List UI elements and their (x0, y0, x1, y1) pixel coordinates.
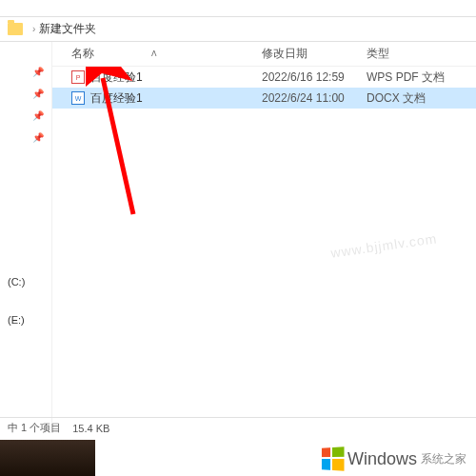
toolbar-section (0, 0, 476, 17)
decorative-strip (0, 440, 95, 476)
file-date: 2022/6/16 12:59 (262, 70, 367, 84)
drive-e[interactable]: (E:) (0, 310, 51, 329)
file-type: DOCX 文档 (367, 90, 426, 107)
drive-c[interactable]: (C:) (0, 272, 51, 291)
file-list: 名称 ᐱ 修改日期 类型 P 百度经验1 2022/6/16 12:59 WPS… (52, 42, 476, 423)
main-area: 📌 📌 📌 📌 (C:) (E:) 名称 ᐱ 修改日期 类型 P 百度经验1 2… (0, 42, 476, 423)
footer-sub: 系统之家 (421, 451, 466, 467)
pin-icon[interactable]: 📌 (0, 105, 51, 127)
footer-brand: Windows (347, 449, 417, 469)
status-size: 15.4 KB (72, 423, 109, 434)
header-type[interactable]: 类型 (367, 46, 476, 62)
pdf-icon: P (71, 70, 85, 84)
header-name[interactable]: 名称 ᐱ (52, 46, 262, 62)
header-date[interactable]: 修改日期 (262, 46, 367, 62)
pin-icon[interactable]: 📌 (0, 61, 51, 83)
chevron-right-icon: › (32, 24, 35, 34)
pin-icon[interactable]: 📌 (0, 83, 51, 105)
status-bar: 中 1 个项目 15.4 KB (0, 417, 476, 438)
footer-logo: Windows 系统之家 (321, 447, 466, 470)
sort-asc-icon: ᐱ (151, 50, 156, 58)
windows-logo-icon (322, 446, 345, 471)
pin-icon[interactable]: 📌 (0, 127, 51, 149)
column-headers: 名称 ᐱ 修改日期 类型 (52, 42, 476, 67)
status-selection: 中 1 个项目 (8, 421, 61, 435)
file-date: 2022/6/24 11:00 (262, 91, 367, 105)
file-name: 百度经验1 (90, 69, 262, 86)
file-row[interactable]: P 百度经验1 2022/6/16 12:59 WPS PDF 文档 (52, 67, 476, 88)
breadcrumb[interactable]: › 新建文件夹 (0, 17, 476, 42)
docx-icon: W (71, 91, 85, 105)
breadcrumb-folder[interactable]: 新建文件夹 (39, 21, 96, 37)
file-name: 百度经验1 (90, 90, 262, 107)
folder-icon (8, 23, 23, 35)
file-row-selected[interactable]: W 百度经验1 2022/6/24 11:00 DOCX 文档 (52, 88, 476, 109)
sidebar: 📌 📌 📌 📌 (C:) (E:) (0, 42, 52, 423)
file-type: WPS PDF 文档 (367, 69, 445, 86)
